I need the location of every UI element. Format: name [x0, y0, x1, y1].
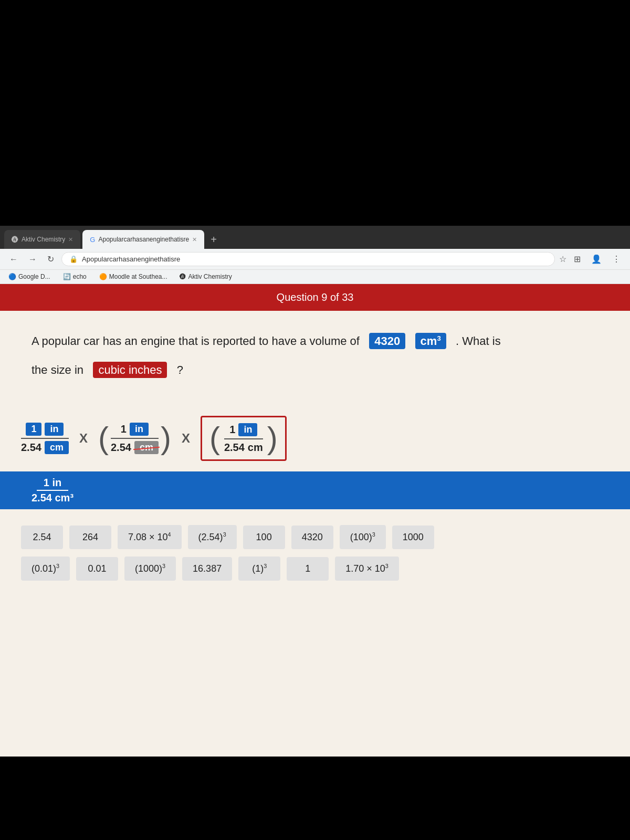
frac3-num-value: 1 [229, 424, 235, 436]
aktiv-chemistry-icon: 🅐 [12, 236, 18, 244]
forward-button[interactable]: → [25, 253, 40, 266]
open-paren-2: ( [98, 423, 109, 454]
address-value: Apopularcarhasanenginethatisre [82, 255, 180, 263]
frac1-num-value: 1 [26, 423, 41, 436]
unit-cubic-inches-highlight: cubic inches [93, 362, 167, 378]
refresh-button[interactable]: ↻ [44, 252, 57, 266]
tile-1000[interactable]: 1000 [392, 526, 434, 549]
bookmark-google-d[interactable]: 🔵 Google D... [6, 272, 52, 281]
address-bar[interactable]: 🔒 Apopularcarhasanenginethatisre [61, 252, 555, 266]
frac1-den-value: 2.54 [21, 442, 41, 454]
frac2-num-unit: in [130, 423, 149, 436]
browser-chrome: 🅐 Aktiv Chemistry ✕ G Apopularcarhasanen… [0, 226, 630, 284]
question-text2: the size in cubic inches ? [32, 361, 598, 379]
tile-100-cubed[interactable]: (100)3 [340, 525, 386, 549]
multiply-x-1: X [79, 431, 88, 446]
fraction-group-2: ( 1 in 2.54 cm ) [98, 423, 171, 454]
fraction-3-inner: 1 in 2.54 cm [224, 423, 263, 454]
question-text: A popular car has an engine that is repo… [32, 332, 598, 350]
multiply-x-2: X [182, 431, 190, 446]
back-button[interactable]: ← [6, 253, 21, 266]
tile-16-387[interactable]: 16.387 [182, 557, 232, 581]
bookmark-google-d-label: Google D... [18, 273, 50, 280]
tile-1-cubed[interactable]: (1)3 [238, 556, 280, 581]
bookmark-moodle-label: Moodle at Southea... [109, 273, 167, 280]
frac1-den-unit: cm [45, 441, 69, 454]
result-numerator: 1 in [37, 477, 68, 491]
tile-4320[interactable]: 4320 [291, 526, 333, 549]
frac1-num-unit: in [45, 423, 64, 436]
tile-1-70e3[interactable]: 1.70 × 103 [335, 556, 399, 581]
frac2-den-unit: cm [134, 441, 159, 454]
frac3-num-unit: in [238, 423, 257, 436]
tile-1000-cubed[interactable]: (1000)3 [124, 556, 176, 581]
open-paren-3: ( [209, 423, 220, 454]
bookmark-echo-label: echo [73, 273, 87, 280]
bookmark-moodle[interactable]: 🟠 Moodle at Southea... [97, 272, 170, 281]
tab-aktiv-chemistry[interactable]: 🅐 Aktiv Chemistry ✕ [4, 230, 80, 249]
fraction-result: 1 in 2.54 cm³ [32, 477, 74, 504]
tile-2-54-cubed[interactable]: (2.54)3 [188, 525, 237, 549]
bookmark-moodle-icon: 🟠 [99, 273, 107, 280]
answer-row-1: 2.54 264 7.08 × 104 (2.54)3 100 4320 (10… [21, 525, 609, 549]
question-header-text: Question 9 of 33 [277, 291, 354, 303]
browser-toolbar: ← → ↻ 🔒 Apopularcarhasanenginethatisre ☆… [0, 249, 630, 270]
tile-0-01[interactable]: 0.01 [76, 557, 118, 581]
answer-row-2: (0.01)3 0.01 (1000)3 16.387 (1)3 1 1.70 … [21, 556, 609, 581]
bookmark-aktiv-icon: 🅐 [180, 273, 186, 280]
fraction-1-inner: 1 in 2.54 cm [21, 423, 69, 454]
frac2-den-value: 2.54 [111, 442, 131, 454]
volume-value-highlight: 4320 [369, 333, 405, 349]
question-text-before: A popular car has an engine that is repo… [32, 334, 360, 348]
top-dark-area [0, 0, 630, 226]
extensions-button[interactable]: ⊞ [571, 252, 584, 266]
frac3-den-unit: cm [248, 442, 263, 454]
fraction-2: 1 in 2.54 cm [111, 423, 159, 454]
close-paren-2: ) [161, 423, 171, 454]
fraction-section: 1 in 2.54 cm X ( 1 in [0, 405, 630, 471]
page-content: Question 9 of 33 A popular car has an en… [0, 284, 630, 757]
strikethrough-line [133, 447, 160, 450]
tab-label-inactive: Aktiv Chemistry [22, 236, 65, 243]
profile-button[interactable]: 👤 [588, 252, 605, 266]
bookmark-aktiv[interactable]: 🅐 Aktiv Chemistry [177, 272, 234, 281]
tab-close-inactive[interactable]: ✕ [68, 236, 73, 243]
fraction-2-inner: 1 in 2.54 cm [111, 423, 159, 454]
bookmark-google-d-icon: 🔵 [8, 273, 16, 280]
tile-2-54[interactable]: 2.54 [21, 526, 63, 549]
question-header: Question 9 of 33 [0, 284, 630, 311]
tile-7-08e4[interactable]: 7.08 × 104 [118, 525, 182, 549]
google-icon: G [90, 236, 95, 244]
fraction-group-3-outlined: ( 1 in 2.54 cm ) [201, 416, 287, 461]
bookmark-echo[interactable]: 🔄 echo [61, 272, 89, 281]
fraction-3: 1 in 2.54 cm [224, 423, 263, 454]
tab-google-active[interactable]: G Apopularcarhasanenginethatisre ✕ [82, 230, 204, 249]
question-text-after: . What is [456, 334, 501, 348]
tile-0-01-cubed[interactable]: (0.01)3 [21, 556, 70, 581]
blue-result-bar: 1 in 2.54 cm³ [0, 471, 630, 509]
bookmark-star-button[interactable]: ☆ [559, 254, 566, 264]
new-tab-button[interactable]: + [206, 234, 221, 246]
answer-section: 2.54 264 7.08 × 104 (2.54)3 100 4320 (10… [0, 509, 630, 604]
fraction-1: 1 in 2.54 cm [21, 423, 69, 454]
tab-label-active: Apopularcarhasanenginethatisre [98, 236, 189, 243]
frac2-num-value: 1 [121, 423, 127, 435]
address-text: 🔒 [69, 255, 78, 263]
result-denominator: 2.54 cm³ [32, 491, 74, 504]
bookmark-aktiv-label: Aktiv Chemistry [188, 273, 232, 280]
fraction-group-1: 1 in 2.54 cm [21, 423, 69, 454]
tab-bar: 🅐 Aktiv Chemistry ✕ G Apopularcarhasanen… [0, 226, 630, 249]
frac3-den-value: 2.54 [224, 442, 245, 454]
tile-264[interactable]: 264 [69, 526, 111, 549]
tile-100[interactable]: 100 [243, 526, 285, 549]
question-text-before2: the size in [32, 363, 83, 376]
question-area: A popular car has an engine that is repo… [0, 311, 630, 405]
close-paren-3: ) [267, 423, 278, 454]
tile-1[interactable]: 1 [287, 557, 329, 581]
bookmark-echo-icon: 🔄 [63, 273, 71, 280]
tab-close-active[interactable]: ✕ [192, 236, 197, 243]
menu-button[interactable]: ⋮ [609, 252, 624, 266]
question-mark: ? [177, 363, 183, 376]
unit-cm3-highlight: cm3 [415, 333, 446, 349]
bookmarks-bar: 🔵 Google D... 🔄 echo 🟠 Moodle at Southea… [0, 270, 630, 284]
